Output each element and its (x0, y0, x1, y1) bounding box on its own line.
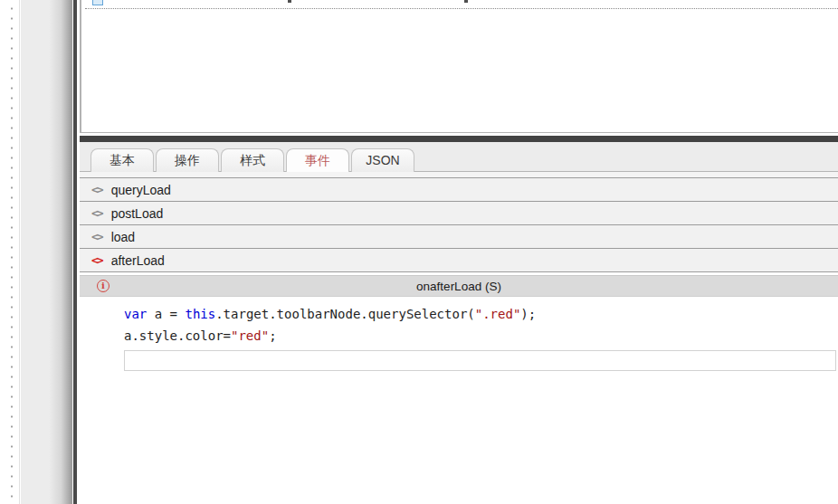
panel-blank-area (80, 371, 838, 504)
side-gutter (21, 0, 72, 504)
event-list: <>queryLoad<>postLoad<>load<>afterLoad (80, 177, 838, 272)
tab-JSON[interactable]: JSON (351, 148, 414, 172)
code-brackets-icon: <> (91, 207, 102, 219)
event-label: postLoad (111, 206, 164, 221)
designer-canvas-dot-grid (0, 0, 20, 504)
main-column: 基本操作样式事件JSON <>queryLoad<>postLoad<>load… (80, 0, 838, 504)
code-token-plain: .target.toolbarNode.querySelector( (215, 307, 475, 321)
code-editor[interactable]: var a = this.target.toolbarNode.querySel… (80, 297, 838, 348)
code-token-keyword: this (185, 307, 215, 321)
event-label: load (111, 230, 135, 244)
component-icon (92, 0, 103, 5)
clipped-text-fragment (464, 0, 468, 3)
code-brackets-icon: <> (91, 254, 102, 266)
property-tab-strip: 基本操作样式事件JSON (80, 142, 838, 172)
event-label: afterLoad (111, 253, 165, 268)
code-token-string: "red" (231, 328, 269, 343)
info-circle-icon[interactable]: i (97, 280, 110, 292)
code-brackets-icon: <> (91, 231, 102, 242)
handler-title: onafterLoad (S) (80, 280, 838, 293)
empty-code-input[interactable] (124, 350, 836, 371)
tab-基本[interactable]: 基本 (90, 148, 154, 172)
horizontal-splitter-handle[interactable] (80, 136, 838, 142)
event-row-afterLoad[interactable]: <>afterLoad (80, 249, 838, 272)
code-line-2[interactable]: a.style.color="red"; (124, 325, 838, 347)
tab-样式[interactable]: 样式 (221, 148, 284, 172)
clipped-text-fragment (288, 0, 291, 3)
designer-preview-panel (80, 0, 838, 133)
event-row-queryLoad[interactable]: <>queryLoad (80, 178, 838, 202)
event-row-postLoad[interactable]: <>postLoad (80, 202, 838, 225)
code-token-plain: ); (520, 307, 536, 321)
code-token-plain: a = (147, 307, 185, 321)
selection-dotted-border (85, 8, 838, 9)
code-token-plain: a.style.color= (124, 328, 231, 343)
code-token-plain: ; (269, 328, 276, 343)
code-brackets-icon: <> (91, 184, 102, 195)
code-token-string: ".red" (475, 307, 521, 321)
tab-事件[interactable]: 事件 (286, 148, 349, 172)
vertical-splitter-handle[interactable] (73, 0, 77, 504)
tab-操作[interactable]: 操作 (156, 148, 219, 172)
code-line-1[interactable]: var a = this.target.toolbarNode.querySel… (124, 303, 838, 325)
event-label: queryLoad (111, 183, 171, 197)
handler-header-bar[interactable]: i onafterLoad (S) (80, 275, 838, 297)
event-row-load[interactable]: <>load (80, 225, 838, 249)
code-token-keyword: var (124, 307, 147, 321)
